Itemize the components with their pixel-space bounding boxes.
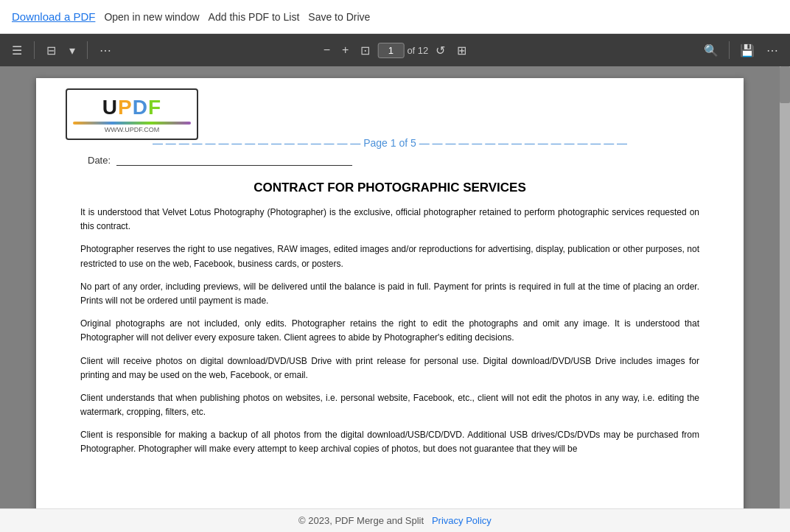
page-label-text: Page 1 of 5 — [363, 137, 416, 149]
toolbar: ☰ ⊟ ▾ ⋯ − + ⊡ 1 of 12 ↺ ⊞ 🔍 — [0, 34, 790, 66]
updf-color-bar — [73, 122, 191, 125]
toolbar-more-button[interactable]: ⋯ — [762, 41, 783, 60]
document-content: CONTRACT FOR PHOTOGRAPHIC SERVICES It is… — [80, 181, 699, 457]
top-bar: Download a PDF Open in new window Add th… — [0, 0, 790, 34]
paragraph-1: It is understood that Velvet Lotus Photo… — [80, 206, 699, 234]
rotate-button[interactable]: ↺ — [431, 41, 450, 60]
page-navigation: − + ⊡ 1 of 12 ↺ ⊞ — [319, 41, 472, 60]
privacy-policy-link[interactable]: Privacy Policy — [432, 515, 492, 526]
filter-button[interactable]: ⊟ — [42, 41, 60, 60]
save-button[interactable]: 💾 — [735, 41, 759, 60]
pdf-page: UPDF WWW.UPDF.COM — — — — — — — — — — — … — [36, 78, 744, 508]
plus-icon: + — [342, 43, 349, 57]
open-new-window-link[interactable]: Open in new window — [104, 11, 199, 23]
page-of-label: of 12 — [407, 45, 428, 56]
rotate-icon: ↺ — [436, 43, 445, 57]
updf-logo-p: P — [118, 96, 133, 119]
list-view-button[interactable]: ☰ — [7, 41, 27, 60]
chevron-down-icon: ▾ — [69, 43, 75, 57]
crop-button[interactable]: ⊞ — [452, 41, 471, 60]
add-to-list-link[interactable]: Add this PDF to List — [209, 11, 300, 23]
toolbar-separator-2 — [87, 41, 88, 59]
date-label: Date: — [88, 155, 111, 166]
toolbar-separator-3 — [729, 41, 730, 59]
save-icon: 💾 — [740, 43, 755, 57]
scrollbar-thumb[interactable] — [780, 66, 790, 103]
paragraph-3: No part of any order, including previews… — [80, 280, 699, 308]
updf-logo-d: D — [133, 96, 148, 119]
page-number-input[interactable]: 1 — [377, 43, 404, 58]
more-options-button[interactable]: ⋯ — [95, 41, 116, 60]
fit-page-button[interactable]: ⊡ — [356, 41, 374, 60]
download-pdf-link[interactable]: Download a PDF — [12, 10, 95, 23]
toolbar-right: 🔍 💾 ⋯ — [699, 41, 783, 60]
filter-dropdown-button[interactable]: ▾ — [65, 41, 80, 60]
footer: © 2023, PDF Merge and Split Privacy Poli… — [0, 508, 790, 532]
search-button[interactable]: 🔍 — [699, 41, 723, 60]
toolbar-separator-1 — [34, 41, 35, 59]
ellipsis-icon: ⋯ — [99, 43, 111, 57]
list-icon: ☰ — [12, 43, 22, 57]
zoom-out-button[interactable]: − — [319, 41, 335, 60]
main-content-area: UPDF WWW.UPDF.COM — — — — — — — — — — — … — [0, 66, 790, 508]
updf-watermark: UPDF WWW.UPDF.COM — [66, 88, 198, 140]
updf-url: WWW.UPDF.COM — [105, 126, 160, 133]
toolbar-ellipsis-icon: ⋯ — [766, 43, 778, 57]
date-underline — [116, 165, 352, 166]
paragraph-4: Original photographs are not included, o… — [80, 317, 699, 345]
updf-logo-f: F — [148, 96, 161, 119]
save-to-drive-link[interactable]: Save to Drive — [308, 11, 370, 23]
paragraph-7: Client is responsible for making a backu… — [80, 428, 699, 456]
crop-icon: ⊞ — [457, 43, 466, 57]
zoom-in-button[interactable]: + — [338, 41, 353, 60]
paragraph-6: Client understands that when publishing … — [80, 391, 699, 419]
updf-logo-u: U — [102, 96, 118, 119]
document-heading: CONTRACT FOR PHOTOGRAPHIC SERVICES — [80, 181, 699, 195]
date-line: Date: — [80, 155, 699, 166]
paragraph-5: Client will receive photos on digital do… — [80, 354, 699, 382]
filter-icon: ⊟ — [46, 43, 56, 57]
footer-copyright: © 2023, PDF Merge and Split — [298, 515, 424, 526]
vertical-scrollbar[interactable] — [780, 66, 790, 508]
minus-icon: − — [324, 43, 330, 57]
updf-logo: UPDF — [102, 96, 161, 119]
paragraph-2: Photographer reserves the right to use n… — [80, 242, 699, 270]
fit-icon: ⊡ — [360, 43, 370, 57]
search-icon: 🔍 — [704, 43, 719, 57]
